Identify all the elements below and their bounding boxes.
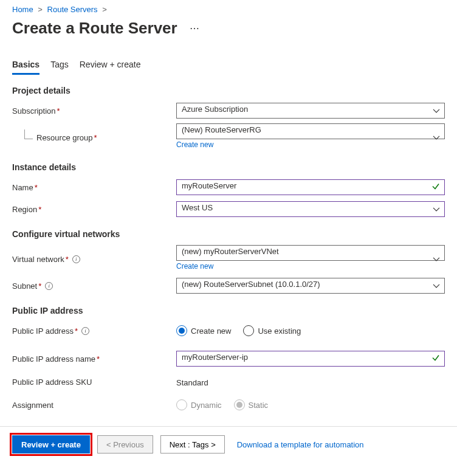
tabs: Basics Tags Review + create — [12, 56, 445, 75]
section-heading-instance: Instance details — [12, 162, 445, 172]
info-icon[interactable]: i — [72, 255, 80, 263]
radio-checked-icon — [176, 325, 187, 336]
breadcrumb-home[interactable]: Home — [12, 5, 33, 14]
tab-basics[interactable]: Basics — [12, 56, 40, 75]
tab-tags[interactable]: Tags — [50, 56, 69, 75]
radio-unchecked-icon — [243, 325, 254, 336]
breadcrumb: Home > Route Servers > — [12, 0, 445, 16]
pip-sku-label: Public IP address SKU — [12, 378, 176, 387]
create-resource-group-link[interactable]: Create new — [176, 140, 213, 149]
subscription-label: Subscription* — [12, 106, 176, 116]
info-icon[interactable]: i — [45, 282, 53, 290]
virtual-network-select[interactable]: (new) myRouterServerVNet — [176, 245, 445, 261]
assignment-static-radio: Static — [234, 399, 269, 410]
footer-toolbar: Review + create < Previous Next : Tags >… — [0, 426, 457, 462]
subscription-select[interactable]: Azure Subscription — [176, 103, 445, 119]
breadcrumb-route-servers[interactable]: Route Servers — [47, 5, 98, 14]
chevron-right-icon: > — [102, 5, 107, 14]
section-heading-pip: Public IP address — [12, 306, 445, 316]
pip-name-input[interactable]: myRouterServer-ip — [176, 351, 445, 367]
assignment-label: Assignment — [12, 401, 176, 410]
resource-group-label: Resource group* — [12, 133, 176, 142]
chevron-right-icon: > — [38, 5, 43, 14]
radio-disabled-checked-icon — [234, 399, 245, 410]
region-select[interactable]: West US — [176, 201, 445, 217]
section-heading-vnet: Configure virtual networks — [12, 229, 445, 239]
checkmark-icon — [431, 354, 440, 364]
pip-sku-value: Standard — [176, 376, 445, 387]
page-title: Create a Route Server — [12, 19, 177, 38]
name-input[interactable]: myRouteServer — [176, 179, 445, 195]
assignment-dynamic-radio: Dynamic — [176, 399, 222, 410]
pip-create-new-radio[interactable]: Create new — [176, 325, 231, 336]
section-heading-project: Project details — [12, 86, 445, 95]
more-actions-icon[interactable]: ⋯ — [190, 22, 200, 34]
pip-use-existing-radio[interactable]: Use existing — [243, 325, 301, 336]
checkmark-icon — [431, 182, 440, 193]
tab-review-create[interactable]: Review + create — [80, 56, 141, 75]
virtual-network-label: Virtual network* i — [12, 255, 176, 264]
region-label: Region* — [12, 205, 176, 214]
name-label: Name* — [12, 183, 176, 192]
review-create-button[interactable]: Review + create — [12, 435, 90, 454]
subnet-select[interactable]: (new) RouteServerSubnet (10.0.1.0/27) — [176, 278, 445, 294]
radio-disabled-icon — [176, 399, 187, 410]
info-icon[interactable]: i — [81, 327, 89, 335]
next-button[interactable]: Next : Tags > — [160, 435, 225, 454]
pip-name-label: Public IP address name* — [12, 354, 176, 364]
resource-group-select[interactable]: (New) RouteServerRG — [176, 123, 445, 139]
previous-button: < Previous — [97, 435, 153, 454]
create-vnet-link[interactable]: Create new — [176, 262, 213, 271]
download-template-link[interactable]: Download a template for automation — [237, 440, 364, 449]
subnet-label: Subnet* i — [12, 281, 176, 291]
pip-address-label: Public IP address* i — [12, 326, 176, 336]
